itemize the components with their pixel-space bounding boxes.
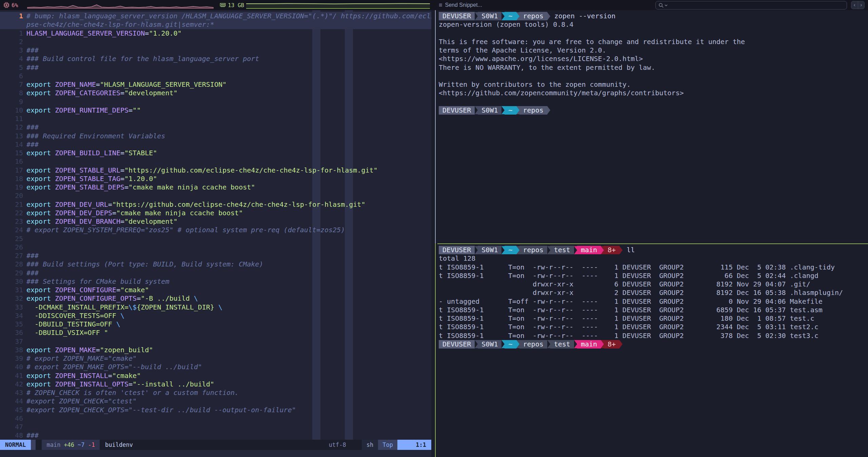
powerline-arrow-icon (601, 246, 604, 254)
terminal-output-line: Written by contributors to the zopen com… (439, 80, 868, 89)
memory-usage-label: 13 GB (228, 2, 244, 8)
prompt-row: DEVUSERS0W1~repostestmain8+ll (439, 246, 868, 254)
line-number: 13 (0, 132, 23, 140)
search-input[interactable] (668, 2, 844, 8)
editor-line: 7export ZOPEN_NAME="HLASM_LANGUAGE_SERVE… (0, 80, 431, 89)
line-number: 4 (0, 55, 23, 63)
line-number: 34 (0, 312, 23, 320)
prompt-segment: DEVUSER (439, 340, 475, 349)
prompt-segment: ~ (505, 106, 516, 115)
search-box[interactable] (655, 1, 847, 9)
editor-line: 10export ZOPEN_RUNTIME_DEPS="" (0, 106, 431, 115)
editor-line: 40# export ZOPEN_MAKE_OPTS="--build ../b… (0, 363, 431, 371)
powerline-arrow-icon (547, 12, 550, 20)
prompt-segment: DEVUSER (439, 106, 475, 115)
line-number: 35 (0, 320, 23, 329)
prompt-segment: 8+ (604, 340, 619, 349)
editor-line: 28### Build settings (Port type: BUILD, … (0, 260, 431, 269)
terminal-output-line: drwxr-xr-x 6 DEVUSER GROUP2 8192 Nov 29 … (439, 280, 868, 289)
editor-buffer[interactable]: 1# bump: hlasm_language_server_version /… (0, 10, 431, 440)
memory-sparkline (246, 0, 430, 10)
line-number: 29 (0, 269, 23, 277)
editor-line: 1# bump: hlasm_language_server_version /… (0, 12, 431, 20)
terminal-output-line: zopen-version (zopen tools) 0.8.4 (439, 20, 868, 29)
line-number: 40 (0, 363, 23, 371)
terminal-output-line: t ISO8859-1 T=on -rw-r--r-- ---- 1 DEVUS… (439, 272, 868, 280)
line-number: 43 (0, 389, 23, 397)
editor-line: 8export ZOPEN_CATEGORIES="development" (0, 89, 431, 97)
editor-line: 41export ZOPEN_INSTALL="cmake" (0, 372, 431, 380)
powerline-arrow-icon (516, 106, 519, 114)
editor-line: 2 (0, 38, 431, 46)
powerline-arrow-icon (619, 246, 623, 254)
powerline-arrow-icon (501, 12, 505, 20)
line-number: 37 (0, 337, 23, 346)
powerline-arrow-icon (475, 106, 478, 114)
editor-line: 25 (0, 235, 431, 243)
prompt-segment: main (577, 246, 601, 254)
terminal-pane-top[interactable]: DEVUSERS0W1~reposzopen --versionzopen-ve… (437, 10, 868, 243)
editor-line: 34 -DDISCOVER_TESTS=OFF \ (0, 312, 431, 320)
editor-line: 46 (0, 414, 431, 423)
pane-divider[interactable] (431, 10, 437, 457)
prompt-segment: S0W1 (478, 106, 501, 115)
powerline-arrow-icon (501, 106, 505, 114)
line-number: 6 (0, 72, 23, 80)
editor-line: 16 (0, 157, 431, 166)
cpu-usage-label: 6% (12, 2, 18, 8)
editor-line: 47 (0, 423, 431, 431)
terminal-output-line: total 128 (439, 254, 868, 263)
search-icon (658, 3, 664, 8)
prompt-segment: test (550, 246, 574, 254)
line-number: 48 (0, 431, 23, 440)
line-number: 39 (0, 354, 23, 363)
line-number: 3 (0, 46, 23, 55)
line-number: 22 (0, 209, 23, 217)
line-number: 27 (0, 252, 23, 260)
line-number: 21 (0, 200, 23, 209)
line-number: 45 (0, 406, 23, 414)
terminal-output-line: drwxr-xr-x 2 DEVUSER GROUP2 8192 Dec 16 … (439, 289, 868, 297)
editor-line: 20 (0, 192, 431, 200)
line-number: 24 (0, 226, 23, 234)
line-number: 28 (0, 260, 23, 269)
editor-line: 3### (0, 46, 431, 55)
git-status-segment: main +46 ~7 -1 (42, 440, 100, 450)
line-number: 36 (0, 329, 23, 337)
line-number: 41 (0, 372, 23, 380)
next-match-button[interactable]: › (858, 1, 865, 9)
prompt-row: DEVUSERS0W1~reposzopen --version (439, 12, 868, 20)
line-number: 38 (0, 346, 23, 354)
editor-line: 44#export ZOPEN_CHECK="ctest" (0, 397, 431, 405)
terminal-pane-bottom[interactable]: DEVUSERS0W1~repostestmain8+lltotal 128t … (437, 244, 868, 457)
prompt-segment: DEVUSER (439, 246, 475, 254)
cpu-icon (3, 2, 9, 8)
terminal-output-line: t ISO8859-1 T=on -rw-r--r-- ---- 1 DEVUS… (439, 263, 868, 272)
line-number: 7 (0, 80, 23, 89)
editor-line: 43# ZOPEN_CHECK is often 'ctest' or a cu… (0, 389, 431, 397)
prev-match-button[interactable]: ‹ (851, 1, 858, 9)
line-number: 14 (0, 140, 23, 149)
menu-icon: ≡ (439, 2, 442, 9)
prompt-segment: test (550, 340, 574, 349)
chevron-down-icon[interactable] (665, 4, 668, 7)
line-number: 20 (0, 192, 23, 200)
prompt-segment: S0W1 (478, 12, 501, 20)
main-area: 1# bump: hlasm_language_server_version /… (0, 10, 868, 457)
editor-line: 14### (0, 140, 431, 149)
editor-pane[interactable]: 1# bump: hlasm_language_server_version /… (0, 10, 431, 457)
git-modified-count: ~7 (78, 441, 84, 448)
line-number: 9 (0, 98, 23, 106)
memory-stat: 13 GB (220, 0, 244, 10)
line-number: 42 (0, 380, 23, 389)
terminal-output-line: This is free software: you are free to c… (439, 38, 868, 46)
line-number: 19 (0, 183, 23, 192)
editor-line: 17export ZOPEN_STABLE_URL="https://githu… (0, 166, 431, 175)
editor-line: 4### Build control file for the hlasm_la… (0, 55, 431, 63)
cpu-stat: 6% (3, 0, 18, 10)
editor-line: 33 -DCMAKE_INSTALL_PREFIX=\${ZOPEN_INSTA… (0, 303, 431, 312)
prompt-segment: S0W1 (478, 246, 501, 254)
editor-line: 26 (0, 243, 431, 252)
editor-line: 13### Required Environment Variables (0, 132, 431, 140)
send-snippet-button[interactable]: ≡ Send Snippet... (439, 0, 482, 10)
